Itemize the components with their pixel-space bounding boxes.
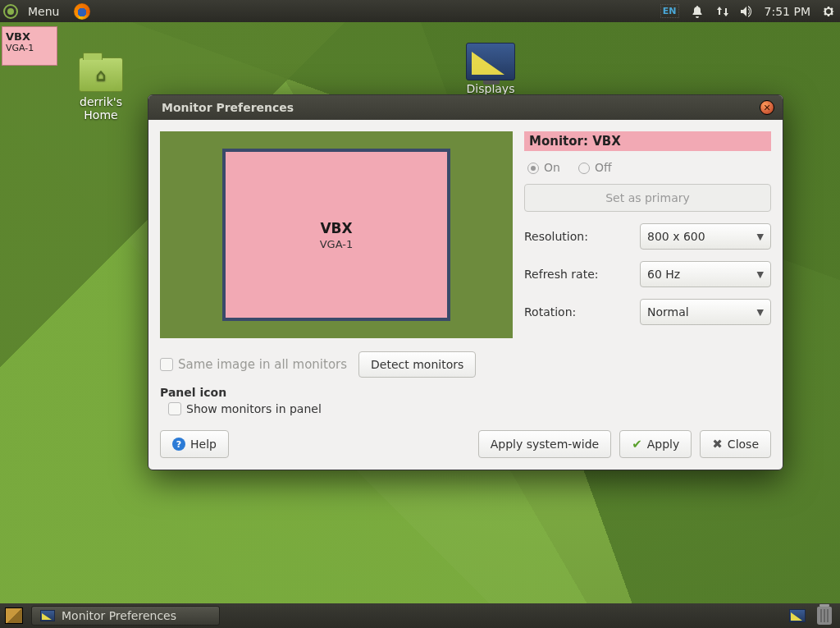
desktop-icon-label: derrik's Home — [64, 95, 138, 121]
refresh-rate-label: Refresh rate: — [524, 268, 640, 281]
displays-app-icon — [40, 610, 55, 621]
home-folder-icon: ⌂ — [79, 57, 123, 92]
overlay-monitor-name: VBX — [6, 30, 53, 43]
resolution-combo[interactable]: 800 x 600 ▼ — [640, 223, 771, 250]
chevron-down-icon: ▼ — [757, 231, 764, 242]
settings-gear-icon[interactable] — [822, 5, 835, 18]
set-as-primary-button[interactable]: Set as primary — [524, 184, 771, 212]
window-title: Monitor Preferences — [162, 101, 294, 114]
rotation-value: Normal — [647, 305, 689, 319]
window-titlebar[interactable]: Monitor Preferences ✕ — [148, 95, 783, 120]
refresh-rate-value: 60 Hz — [647, 268, 680, 281]
desktop-icon-home[interactable]: ⌂ derrik's Home — [64, 57, 138, 121]
preview-monitor-name: VBX — [320, 220, 352, 236]
monitor-identifier-overlay: VBX VGA-1 — [2, 26, 57, 66]
firefox-launcher-icon[interactable] — [74, 3, 90, 20]
window-close-button[interactable]: ✕ — [760, 100, 774, 115]
menu-button[interactable]: Menu — [28, 5, 59, 18]
chevron-down-icon: ▼ — [757, 307, 764, 318]
preview-monitor[interactable]: VBX VGA-1 — [222, 149, 450, 321]
trash-icon[interactable] — [817, 607, 832, 625]
chevron-down-icon: ▼ — [757, 269, 764, 280]
same-image-label: Same image in all monitors — [178, 357, 347, 372]
rotation-label: Rotation: — [524, 305, 640, 319]
network-updown-icon[interactable] — [715, 5, 728, 18]
monitor-off-radio[interactable]: Off — [578, 161, 612, 174]
taskbar-window-title: Monitor Preferences — [62, 609, 176, 622]
notifications-icon[interactable] — [691, 5, 704, 18]
resolution-label: Resolution: — [524, 230, 640, 243]
taskbar-window-button[interactable]: Monitor Preferences — [31, 606, 220, 626]
selected-monitor-header: Monitor: VBX — [524, 131, 771, 151]
show-monitors-label: Show monitors in panel — [186, 402, 322, 415]
detect-monitors-button[interactable]: Detect monitors — [358, 351, 476, 378]
close-icon: ✖ — [712, 437, 723, 452]
displays-app-icon — [466, 43, 515, 80]
apply-button[interactable]: ✔ Apply — [619, 430, 692, 458]
distro-logo-icon[interactable] — [3, 4, 18, 19]
show-monitors-in-panel-checkbox[interactable]: Show monitors in panel — [160, 402, 771, 415]
apply-system-wide-button[interactable]: Apply system-wide — [478, 430, 611, 458]
overlay-monitor-port: VGA-1 — [6, 43, 53, 53]
bottom-panel: Monitor Preferences — [0, 603, 840, 628]
close-button[interactable]: ✖ Close — [700, 430, 771, 458]
panel-icon-section-title: Panel icon — [160, 386, 771, 399]
desktop-icon-displays[interactable]: Displays — [454, 43, 527, 95]
monitor-layout-preview[interactable]: VBX VGA-1 — [160, 131, 513, 338]
same-image-checkbox: Same image in all monitors — [160, 357, 347, 372]
monitor-preferences-window: Monitor Preferences ✕ VBX VGA-1 Monitor:… — [148, 94, 783, 470]
keyboard-language-indicator[interactable]: EN — [660, 4, 679, 18]
top-panel: Menu EN 7:51 PM — [0, 0, 840, 22]
monitor-on-radio[interactable]: On — [527, 161, 560, 174]
check-icon: ✔ — [632, 437, 642, 452]
preview-monitor-port: VGA-1 — [320, 238, 354, 250]
volume-icon[interactable] — [740, 5, 753, 18]
help-button[interactable]: ? Help — [160, 430, 229, 458]
close-icon: ✕ — [763, 103, 770, 112]
show-desktop-button[interactable] — [5, 607, 23, 624]
rotation-combo[interactable]: Normal ▼ — [640, 299, 771, 325]
resolution-value: 800 x 600 — [647, 230, 705, 243]
refresh-rate-combo[interactable]: 60 Hz ▼ — [640, 261, 771, 287]
tray-displays-icon[interactable] — [789, 609, 806, 622]
help-icon: ? — [172, 438, 185, 451]
clock[interactable]: 7:51 PM — [765, 5, 810, 18]
